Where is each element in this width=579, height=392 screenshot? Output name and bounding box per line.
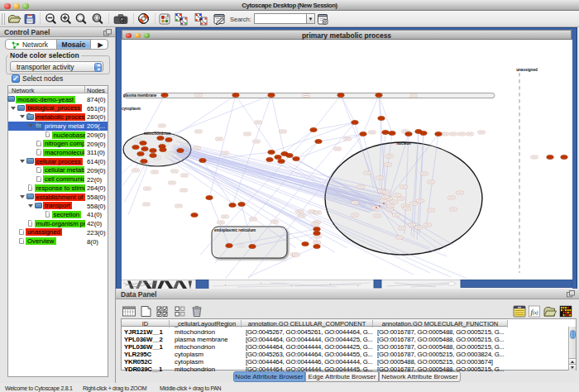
- svg-text:mitochondrion: mitochondrion: [144, 131, 170, 136]
- svg-text:plasma membrane: plasma membrane: [123, 93, 157, 98]
- svg-text:unassigned: unassigned: [516, 68, 538, 72]
- svg-text:1:1: 1:1: [95, 17, 99, 20]
- svg-text:endoplasmic reticulum: endoplasmic reticulum: [214, 228, 256, 232]
- svg-text:cytoplasm: cytoplasm: [122, 107, 141, 111]
- svg-text:nucleus: nucleus: [396, 141, 411, 146]
